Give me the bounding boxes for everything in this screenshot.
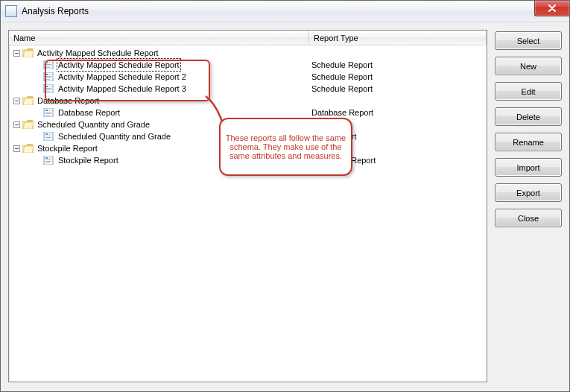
column-header-name[interactable]: Name: [9, 31, 309, 45]
import-button[interactable]: Import: [495, 158, 562, 177]
tree-row-label: Stockpile Report: [37, 142, 98, 154]
tree-row[interactable]: Database ReportDatabase Report: [10, 107, 487, 118]
svg-rect-37: [45, 159, 51, 160]
tree-row[interactable]: Activity Mapped Schedule Report 3Schedul…: [10, 83, 487, 95]
svg-rect-12: [45, 79, 50, 80]
folder-icon: [22, 96, 34, 105]
tree-row-name-cell: Stockpile Report: [10, 154, 305, 166]
svg-rect-23: [45, 112, 51, 113]
close-icon: [548, 4, 557, 12]
tree-row-name-cell: Activity Mapped Schedule Report 3: [10, 83, 305, 95]
tree-row-name-cell: Scheduled Quantity and Grade: [10, 130, 305, 142]
svg-rect-8: [45, 74, 48, 75]
window: Analysis Reports Name Report Type These …: [0, 0, 570, 392]
svg-rect-28: [45, 133, 48, 135]
svg-rect-31: [45, 137, 51, 138]
report-tree[interactable]: These reports all follow the same schema…: [9, 45, 487, 382]
svg-rect-3: [48, 62, 51, 63]
svg-rect-11: [45, 78, 51, 78]
folder-icon: [22, 120, 34, 129]
tree-row[interactable]: − Database Report: [10, 95, 487, 107]
svg-rect-35: [45, 157, 48, 159]
delete-button[interactable]: Delete: [495, 107, 562, 126]
tree-row-name-cell: − Database Report: [10, 95, 305, 107]
tree-row-label: Scheduled Quantity and Grade: [57, 130, 171, 142]
tree-row-type: Schedule Report: [305, 71, 487, 83]
svg-rect-10: [45, 76, 51, 77]
window-close-button[interactable]: [534, 1, 569, 16]
tree-row[interactable]: − Stockpile Report: [10, 142, 487, 154]
tree-row-name-cell: − Stockpile Report: [10, 142, 305, 154]
tree-row-label: Activity Mapped Schedule Report: [37, 47, 159, 59]
report-icon: [43, 60, 54, 69]
window-title: Analysis Reports: [22, 6, 89, 16]
tree-row-label: Activity Mapped Schedule Report: [57, 59, 180, 71]
tree-row-type: Pivot Report: [305, 130, 487, 142]
export-button[interactable]: Export: [495, 183, 562, 202]
tree-row[interactable]: Stockpile ReportStockpiles Report: [10, 154, 487, 166]
tree-row-name-cell: − Scheduled Quantity and Grade: [10, 118, 305, 130]
svg-rect-6: [45, 67, 50, 68]
svg-rect-15: [48, 86, 51, 87]
client-area: Name Report Type These reports all follo…: [1, 22, 569, 391]
report-list-panel: Name Report Type These reports all follo…: [8, 30, 487, 382]
tree-row-label: Database Report: [57, 107, 121, 118]
tree-row-type: Schedule Report: [305, 83, 487, 95]
svg-rect-9: [48, 74, 51, 75]
svg-rect-39: [45, 162, 50, 163]
svg-rect-21: [45, 110, 48, 111]
close-button[interactable]: Close: [495, 209, 562, 227]
collapse-icon[interactable]: −: [13, 145, 20, 152]
report-icon: [43, 156, 54, 165]
tree-row-name-cell: − Activity Mapped Schedule Report: [10, 47, 305, 59]
tree-row-label: Database Report: [37, 95, 100, 107]
svg-rect-4: [45, 64, 51, 65]
svg-rect-17: [45, 89, 51, 90]
tree-row-label: Scheduled Quantity and Grade: [37, 118, 151, 130]
svg-rect-25: [45, 115, 50, 116]
tree-row[interactable]: Activity Mapped Schedule Report 2Schedul…: [10, 71, 487, 83]
svg-rect-5: [45, 66, 51, 66]
collapse-icon[interactable]: −: [13, 98, 20, 104]
tree-row-name-cell: Activity Mapped Schedule Report 2: [10, 71, 305, 83]
report-icon: [43, 108, 54, 117]
new-button[interactable]: New: [495, 57, 562, 75]
rename-button[interactable]: Rename: [495, 133, 562, 151]
tree-row-label: Stockpile Report: [57, 154, 119, 166]
tree-row-type: Stockpiles Report: [305, 154, 487, 166]
tree-row-label: Activity Mapped Schedule Report 2: [57, 71, 187, 83]
svg-rect-22: [48, 110, 51, 111]
edit-button[interactable]: Edit: [495, 82, 562, 101]
tree-row-label: Activity Mapped Schedule Report 3: [57, 83, 187, 95]
collapse-icon[interactable]: −: [13, 121, 20, 128]
tree-row[interactable]: − Activity Mapped Schedule Report: [10, 47, 487, 59]
svg-rect-24: [45, 113, 51, 114]
svg-rect-30: [45, 136, 51, 136]
tree-row[interactable]: Scheduled Quantity and GradePivot Report: [10, 130, 487, 142]
svg-rect-2: [45, 62, 48, 63]
folder-icon: [22, 48, 34, 57]
column-headers: Name Report Type: [9, 31, 487, 45]
button-bar: Select New Edit Delete Rename Import Exp…: [495, 30, 562, 382]
folder-icon: [22, 144, 34, 153]
svg-rect-18: [45, 91, 50, 92]
report-icon: [43, 84, 54, 93]
tree-row[interactable]: − Scheduled Quantity and Grade: [10, 118, 487, 130]
title-bar: Analysis Reports: [1, 1, 569, 22]
report-icon: [43, 132, 54, 141]
svg-rect-16: [45, 88, 51, 89]
tree-row[interactable]: Activity Mapped Schedule ReportSchedule …: [10, 59, 487, 71]
svg-rect-32: [45, 139, 50, 139]
report-icon: [43, 72, 54, 81]
tree-row-name-cell: Database Report: [10, 107, 305, 118]
tree-row-name-cell: Activity Mapped Schedule Report: [10, 59, 305, 71]
app-icon: [5, 5, 17, 17]
tree-row-type: Schedule Report: [305, 59, 487, 71]
column-header-type[interactable]: Report Type: [309, 31, 487, 45]
svg-rect-38: [45, 161, 51, 162]
svg-rect-14: [45, 86, 48, 87]
tree-row-type: Database Report: [305, 107, 487, 118]
collapse-icon[interactable]: −: [13, 50, 20, 57]
svg-rect-29: [48, 133, 51, 135]
select-button[interactable]: Select: [495, 31, 562, 50]
